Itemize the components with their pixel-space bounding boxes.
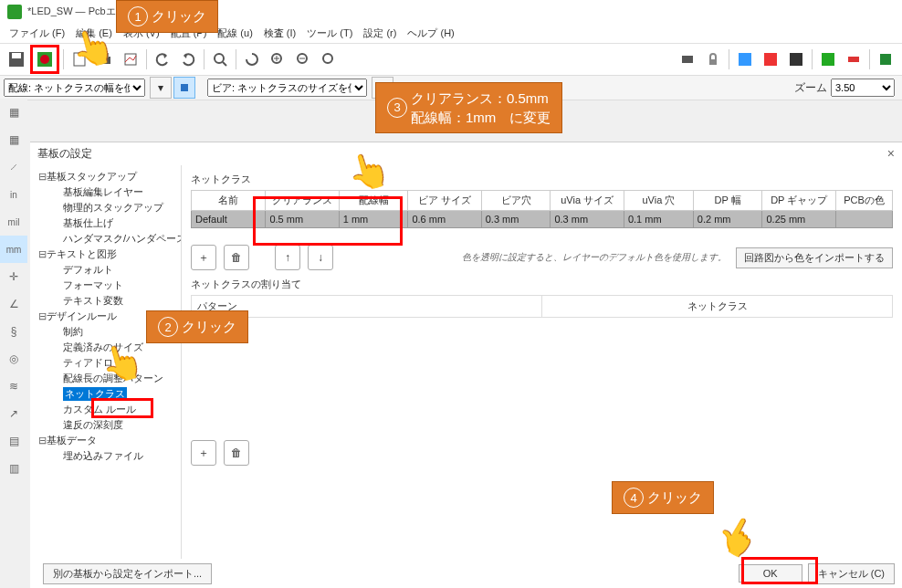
cell-color[interactable]	[836, 211, 893, 228]
menu-help[interactable]: ヘルプ (H)	[402, 26, 459, 40]
add-pattern-button[interactable]: ＋	[191, 440, 216, 466]
zoom-combo[interactable]: 3.50	[831, 79, 895, 97]
cell-name[interactable]: Default	[192, 211, 266, 228]
tool-b-icon[interactable]	[759, 47, 782, 71]
fp-icon[interactable]	[676, 47, 699, 71]
script-icon[interactable]	[874, 47, 897, 71]
lt-in-icon[interactable]: in	[0, 181, 27, 208]
tree-stackup-1[interactable]: 物理的スタックアップ	[30, 200, 181, 215]
tree-rules-6[interactable]: 違反の深刻度	[30, 417, 181, 433]
tree-text[interactable]: テキストと図形	[47, 248, 117, 259]
tool-c-icon[interactable]	[784, 47, 808, 71]
tree-stackup-0[interactable]: 基板編集レイヤー	[30, 184, 181, 200]
lt-via-icon[interactable]: ≋	[0, 373, 27, 400]
cell-uviasize[interactable]: 0.3 mm	[551, 211, 624, 228]
find-icon[interactable]	[208, 47, 232, 71]
lt-grid2-icon[interactable]: ▦	[0, 126, 27, 153]
cancel-button[interactable]: キャンセル (C)	[808, 563, 895, 584]
zoom-out-icon[interactable]	[291, 47, 315, 71]
menu-inspect[interactable]: 検査 (I)	[258, 26, 301, 40]
tree-text-0[interactable]: デフォルト	[30, 262, 181, 278]
cell-trackw[interactable]: 1 mm	[339, 211, 408, 228]
via-size-combo[interactable]: ビア: ネットクラスのサイズを使用	[207, 79, 367, 97]
callout-4: 4クリック	[612, 481, 714, 514]
undo-icon[interactable]	[151, 47, 174, 71]
col-clearance: クリアランス	[266, 191, 339, 211]
tree-rules-5[interactable]: カスタム ルール	[30, 402, 181, 417]
save-icon[interactable]	[5, 47, 28, 71]
tree-data[interactable]: 基板データ	[47, 435, 97, 446]
lt-pad-icon[interactable]: ◎	[0, 345, 27, 373]
move-up-button[interactable]: ↑	[275, 245, 300, 270]
tree-data-0[interactable]: 埋め込みファイル	[30, 448, 181, 464]
netclass-table: 名前 クリアランス 配線幅 ビア サイズ ビア穴 uVia サイズ uVia 穴…	[191, 190, 893, 228]
color-hint: 色を透明に設定すると、レイヤーのデフォルト色を使用します。	[462, 251, 727, 264]
delete-netclass-button[interactable]: 🗑	[224, 245, 249, 270]
svg-rect-1	[12, 53, 21, 58]
lt-mm-icon[interactable]: mm	[0, 236, 27, 263]
lock-icon[interactable]	[701, 47, 725, 71]
svg-rect-16	[682, 56, 693, 63]
move-down-button[interactable]: ↓	[308, 245, 333, 270]
lt-zone-icon[interactable]: ▤	[0, 427, 27, 455]
add-netclass-button[interactable]: ＋	[191, 245, 216, 270]
dialog-close-icon[interactable]: ×	[887, 146, 895, 161]
zoom-in-icon[interactable]	[266, 47, 289, 71]
svg-point-15	[323, 54, 332, 63]
svg-rect-22	[848, 57, 859, 62]
cell-uviahole[interactable]: 0.1 mm	[624, 211, 693, 228]
tool-a-icon[interactable]	[733, 47, 757, 71]
tree-stackup[interactable]: 基板スタックアップ	[47, 171, 137, 182]
col-viasize: ビア サイズ	[408, 191, 481, 211]
assign-col-netclass: ネットクラス	[542, 295, 893, 318]
lt-layer-icon[interactable]: ▥	[0, 455, 27, 482]
board-setup-icon[interactable]	[30, 45, 59, 74]
menu-route[interactable]: 配線 (u)	[212, 26, 258, 40]
drc-icon[interactable]	[842, 47, 865, 71]
track-auto-btn[interactable]: ▾	[150, 77, 172, 99]
ok-button[interactable]: OK	[739, 564, 802, 583]
lt-ang-icon[interactable]: ∠	[0, 290, 27, 318]
import-colors-button[interactable]: 回路図から色をインポートする	[736, 247, 893, 268]
svg-rect-20	[790, 53, 802, 66]
lt-mil-icon[interactable]: mil	[0, 208, 27, 236]
col-name: 名前	[192, 191, 266, 211]
zoom-fit-icon[interactable]	[317, 47, 341, 71]
refresh-icon[interactable]	[240, 47, 264, 71]
tree-rules[interactable]: デザインルール	[47, 310, 117, 321]
assign-label: ネットクラスの割り当て	[191, 278, 893, 291]
main-toolbar	[0, 44, 902, 76]
lt-track-icon[interactable]: ↗	[0, 400, 27, 427]
menu-file[interactable]: ファイル (F)	[4, 26, 70, 40]
lt-cursor-icon[interactable]: ✛	[0, 263, 27, 290]
lt-axis-icon[interactable]: ⟋	[0, 153, 27, 181]
lt-net-icon[interactable]: §	[0, 318, 27, 345]
app-logo	[7, 5, 22, 19]
svg-rect-19	[764, 53, 777, 66]
callout-1: 1クリック	[116, 0, 218, 33]
tree-text-2[interactable]: テキスト変数	[30, 293, 181, 309]
cell-dpw[interactable]: 0.2 mm	[693, 211, 762, 228]
svg-rect-7	[125, 54, 136, 65]
col-trackw: 配線幅	[339, 191, 408, 211]
cell-dpgap[interactable]: 0.25 mm	[762, 211, 836, 228]
menu-prefs[interactable]: 設定 (r)	[358, 26, 402, 40]
redo-icon[interactable]	[176, 47, 200, 71]
tool-d-icon[interactable]	[816, 47, 840, 71]
lt-grid-icon[interactable]: ▦	[0, 99, 27, 126]
track-width-combo[interactable]: 配線: ネットクラスの幅を使用	[4, 79, 145, 97]
cell-clearance[interactable]: 0.5 mm	[266, 211, 339, 228]
menu-tools[interactable]: ツール (T)	[301, 26, 358, 40]
import-from-board-button[interactable]: 別の基板から設定をインポート...	[43, 563, 212, 584]
plot-icon[interactable]	[119, 47, 142, 71]
svg-rect-18	[739, 53, 751, 66]
tree-text-1[interactable]: フォーマット	[30, 278, 181, 293]
tree-stackup-3[interactable]: ハンダマスク/ハンダペースト	[30, 231, 181, 247]
track-use-btn[interactable]	[173, 77, 195, 99]
cell-viahole[interactable]: 0.3 mm	[481, 211, 551, 228]
cell-viasize[interactable]: 0.6 mm	[408, 211, 481, 228]
tree-rules-4[interactable]: ネットクラス	[30, 386, 181, 402]
delete-pattern-button[interactable]: 🗑	[224, 440, 249, 466]
callout-2: 2クリック	[146, 310, 248, 343]
tree-stackup-2[interactable]: 基板仕上げ	[30, 215, 181, 231]
